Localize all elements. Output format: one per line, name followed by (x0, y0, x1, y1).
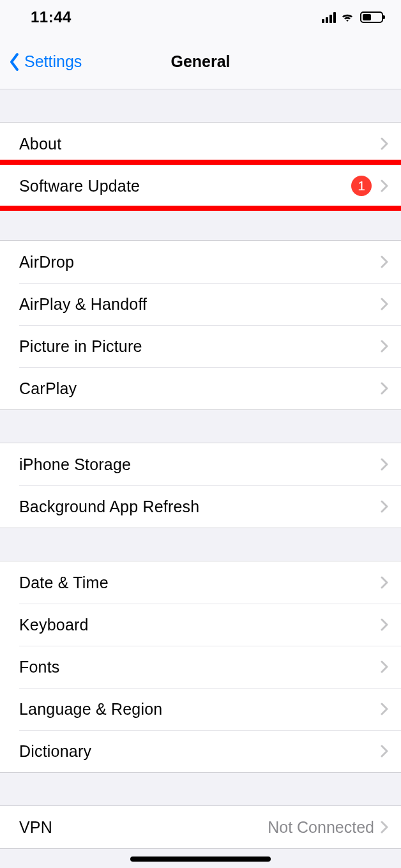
row-carplay[interactable]: CarPlay (0, 367, 401, 409)
wifi-icon (340, 11, 355, 23)
battery-icon (360, 11, 383, 23)
row-about[interactable]: About (0, 123, 401, 165)
chevron-right-icon (381, 382, 388, 395)
row-label: Keyboard (19, 616, 381, 634)
row-keyboard[interactable]: Keyboard (0, 604, 401, 646)
row-label: Background App Refresh (19, 498, 381, 516)
section-gap (0, 773, 401, 805)
row-label: AirDrop (19, 253, 381, 271)
chevron-right-icon (381, 179, 388, 192)
chevron-right-icon (381, 255, 388, 268)
row-dictionary[interactable]: Dictionary (0, 730, 401, 772)
back-button[interactable]: Settings (0, 52, 82, 72)
row-picture-in-picture[interactable]: Picture in Picture (0, 325, 401, 367)
row-label: Picture in Picture (19, 337, 381, 356)
home-indicator[interactable] (130, 857, 271, 862)
row-software-update[interactable]: Software Update1 (0, 165, 401, 207)
chevron-right-icon (381, 137, 388, 150)
status-icons (322, 11, 383, 23)
row-label: Language & Region (19, 700, 381, 719)
chevron-right-icon (381, 821, 388, 834)
settings-group: AirDropAirPlay & HandoffPicture in Pictu… (0, 240, 401, 410)
settings-group: Date & TimeKeyboardFontsLanguage & Regio… (0, 561, 401, 773)
settings-group: VPNNot Connected (0, 805, 401, 849)
row-language-region[interactable]: Language & Region (0, 688, 401, 730)
row-label: Date & Time (19, 574, 381, 592)
row-date-time[interactable]: Date & Time (0, 561, 401, 604)
section-gap (0, 528, 401, 561)
row-value: Not Connected (268, 818, 374, 837)
back-label: Settings (24, 52, 82, 71)
row-label: Dictionary (19, 742, 381, 761)
row-label: Software Update (19, 177, 351, 195)
chevron-right-icon (381, 745, 388, 758)
chevron-right-icon (381, 618, 388, 631)
cellular-signal-icon (322, 12, 336, 23)
notification-badge: 1 (351, 176, 372, 196)
chevron-left-icon (9, 52, 20, 72)
status-bar: 11:44 (0, 0, 401, 34)
chevron-right-icon (381, 703, 388, 715)
navigation-bar: Settings General (0, 34, 401, 89)
settings-group: AboutSoftware Update1 (0, 122, 401, 208)
row-label: About (19, 135, 381, 153)
chevron-right-icon (381, 576, 388, 589)
section-gap (0, 89, 401, 122)
row-label: VPN (19, 818, 268, 837)
chevron-right-icon (381, 500, 388, 513)
row-iphone-storage[interactable]: iPhone Storage (0, 443, 401, 485)
chevron-right-icon (381, 298, 388, 310)
chevron-right-icon (381, 458, 388, 471)
row-label: iPhone Storage (19, 455, 381, 474)
row-airdrop[interactable]: AirDrop (0, 241, 401, 283)
row-label: CarPlay (19, 379, 381, 398)
section-gap (0, 410, 401, 443)
row-vpn[interactable]: VPNNot Connected (0, 806, 401, 848)
status-time: 11:44 (31, 8, 72, 26)
chevron-right-icon (381, 340, 388, 353)
row-label: AirPlay & Handoff (19, 295, 381, 314)
settings-group: iPhone StorageBackground App Refresh (0, 443, 401, 528)
row-airplay-handoff[interactable]: AirPlay & Handoff (0, 283, 401, 325)
chevron-right-icon (381, 660, 388, 673)
row-background-app-refresh[interactable]: Background App Refresh (0, 485, 401, 528)
section-gap (0, 208, 401, 240)
row-label: Fonts (19, 658, 381, 676)
row-fonts[interactable]: Fonts (0, 646, 401, 688)
